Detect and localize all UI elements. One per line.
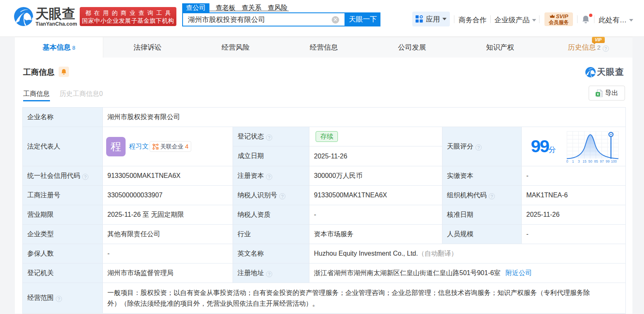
svg-text:100: 100 [611, 159, 617, 163]
svg-text:85: 85 [594, 159, 598, 163]
svg-text:50: 50 [588, 159, 592, 163]
svg-text:3: 3 [578, 159, 580, 163]
svg-text:97: 97 [600, 159, 604, 163]
svg-text:1: 1 [572, 159, 574, 163]
svg-text:99: 99 [606, 159, 610, 163]
svg-text:企: 企 [156, 147, 159, 149]
svg-text:15: 15 [582, 159, 587, 163]
svg-text:0: 0 [566, 159, 568, 163]
